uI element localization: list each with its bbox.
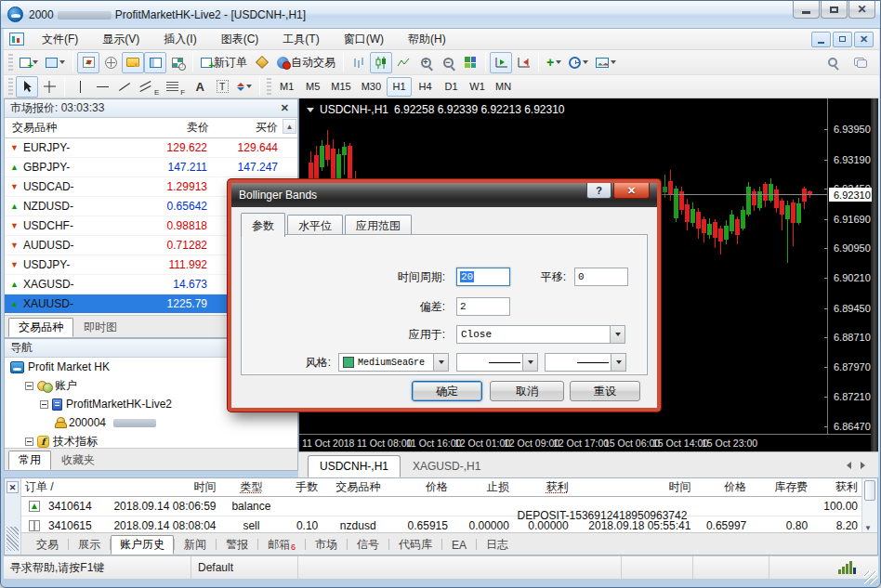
line-style-select[interactable] — [545, 353, 626, 372]
terminal-tab-信号[interactable]: 信号 — [348, 535, 388, 555]
chart-profiles-button[interactable] — [42, 52, 69, 73]
menu-item-2[interactable]: 插入(I) — [151, 29, 208, 50]
scroll-tabs-left-icon[interactable] — [847, 462, 851, 469]
terminal-tab-警报[interactable]: 警报 — [217, 535, 257, 555]
market-watch-row-eurjpy[interactable]: ▼EURJPY-129.622129.644 — [5, 138, 297, 158]
toolbar-grip[interactable] — [267, 78, 271, 95]
dialog-close-button[interactable]: ✕ — [613, 183, 650, 199]
terminal-tab-新闻[interactable]: 新闻 — [175, 535, 216, 555]
navigator-toggle[interactable] — [122, 52, 144, 73]
chart-price-axis[interactable]: 6.939506.931906.924506.916906.909506.902… — [827, 98, 872, 434]
market-watch-toggle[interactable] — [77, 52, 99, 73]
timeframe-mn[interactable]: MN — [491, 77, 516, 97]
menu-item-0[interactable]: 文件(F) — [30, 29, 90, 50]
chart-minimize-button[interactable] — [811, 32, 831, 47]
terminal-toggle[interactable] — [144, 52, 166, 73]
search-button[interactable] — [822, 52, 844, 73]
terminal-tab-日志[interactable]: 日志 — [477, 535, 518, 555]
toolbar-grip[interactable] — [8, 54, 13, 71]
terminal-column-header[interactable]: 获利 — [513, 479, 572, 495]
terminal-column-header[interactable]: 交易品种 — [322, 479, 394, 495]
period-input[interactable]: 20 — [456, 268, 510, 286]
templates-button[interactable] — [592, 52, 620, 73]
periods-button[interactable] — [565, 52, 592, 73]
terminal-tab-邮箱[interactable]: 邮箱6 — [258, 535, 305, 555]
history-row-3410614[interactable]: 34106142018.09.14 08:06:59balanceDEPOSIT… — [21, 497, 861, 516]
zoom-out-button[interactable]: − — [437, 52, 459, 73]
line-chart-type-button[interactable] — [392, 52, 414, 73]
menu-item-4[interactable]: 工具(T) — [270, 29, 331, 50]
timeframe-m30[interactable]: M30 — [357, 77, 386, 97]
market-watch-tab-即时图[interactable]: 即时图 — [73, 318, 127, 337]
new-chart-button[interactable]: + — [16, 52, 42, 73]
dropdown-arrow-icon[interactable] — [522, 354, 537, 371]
timeframe-d1[interactable]: D1 — [439, 77, 464, 97]
new-order-button[interactable]: +新订单 — [197, 52, 251, 73]
data-window-toggle[interactable] — [99, 52, 122, 73]
close-button[interactable]: ✕ — [848, 1, 875, 19]
terminal-column-header[interactable]: 止损 — [452, 479, 513, 495]
market-watch-row-gbpjpy[interactable]: ▲GBPJPY-147.211147.247 — [5, 158, 297, 177]
tree-expander-icon[interactable] — [40, 400, 48, 409]
channel-tool-button[interactable]: E — [136, 76, 163, 98]
color-select[interactable]: MediumSeaGre — [338, 353, 449, 372]
terminal-tab-ea[interactable]: EA — [442, 535, 476, 555]
terminal-column-header[interactable]: 手数 — [283, 479, 322, 495]
bar-chart-type-button[interactable] — [348, 52, 370, 73]
menu-item-5[interactable]: 窗口(W) — [332, 29, 396, 50]
chart-tab-xagusd--h1[interactable]: XAGUSD-,H1 — [401, 455, 493, 477]
chart-close-button[interactable]: ✕ — [854, 32, 874, 47]
terminal-column-header[interactable]: 类型 — [220, 479, 283, 495]
terminal-tab-交易[interactable]: 交易 — [27, 535, 68, 555]
terminal-column-header[interactable]: 价格 — [394, 479, 452, 495]
scroll-tabs-right-icon[interactable] — [861, 462, 865, 469]
dialog-help-button[interactable]: ? — [586, 183, 611, 199]
tree-expander-icon[interactable] — [25, 382, 33, 390]
vertical-line-tool-button[interactable] — [69, 76, 91, 98]
fibonacci-tool-button[interactable]: F — [163, 76, 189, 98]
terminal-tab-展示[interactable]: 展示 — [69, 535, 110, 555]
minimize-button[interactable] — [793, 1, 820, 19]
terminal-column-header[interactable]: 时间 — [572, 479, 695, 495]
community-chat-button[interactable] — [849, 52, 872, 73]
ok-button[interactable]: 确定 — [412, 381, 482, 401]
timeframe-m5[interactable]: M5 — [300, 77, 325, 97]
terminal-scroll-down-icon[interactable]: ▼ — [864, 524, 872, 532]
menu-item-3[interactable]: 图表(C) — [209, 29, 271, 50]
deviation-input[interactable]: 2 — [456, 297, 510, 316]
terminal-column-header[interactable]: 订单 / — [21, 479, 101, 495]
terminal-tab-代码库[interactable]: 代码库 — [389, 535, 441, 555]
indicators-button[interactable]: + — [543, 52, 565, 73]
market-watch-column-header[interactable]: 买价 — [217, 120, 285, 136]
timeframe-m15[interactable]: M15 — [326, 77, 355, 97]
terminal-scrollbar[interactable]: ▼ — [861, 478, 877, 534]
dropdown-arrow-icon[interactable] — [611, 354, 625, 371]
terminal-column-header[interactable]: 获利 — [811, 479, 861, 495]
timeframe-h4[interactable]: H4 — [413, 77, 438, 97]
dialog-tab-参数[interactable]: 参数 — [241, 213, 285, 237]
zoom-in-button[interactable]: + — [414, 52, 437, 73]
strategy-tester-toggle[interactable] — [166, 52, 189, 73]
tile-windows-button[interactable] — [459, 52, 481, 73]
terminal-column-header[interactable]: 时间 — [101, 479, 220, 495]
arrows-tool-button[interactable] — [233, 76, 256, 98]
auto-scroll-toggle[interactable] — [490, 52, 512, 73]
apply-to-select[interactable]: Close — [456, 325, 625, 344]
menu-item-6[interactable]: 帮助(H) — [396, 29, 458, 50]
terminal-grip[interactable] — [7, 527, 19, 551]
chart-restore-button[interactable] — [833, 32, 852, 47]
terminal-column-header[interactable]: 库存费 — [750, 479, 811, 495]
maximize-button[interactable] — [821, 1, 848, 19]
toolbar-grip[interactable] — [8, 78, 13, 95]
nav-item-200004[interactable]: 200004 — [5, 413, 297, 432]
terminal-close-icon[interactable]: ✕ — [7, 481, 19, 493]
cancel-button[interactable]: 取消 — [490, 381, 564, 401]
crosshair-tool-button[interactable] — [38, 76, 60, 98]
shift-input[interactable]: 0 — [574, 268, 628, 286]
market-watch-tab-交易品种[interactable]: 交易品种 — [8, 318, 73, 337]
market-watch-close-icon[interactable]: ✕ — [278, 102, 292, 114]
tree-expander-icon[interactable] — [25, 438, 33, 446]
market-watch-scroll-up[interactable]: ▲ — [283, 119, 296, 134]
resize-grip[interactable] — [864, 571, 877, 584]
one-click-arrow-icon[interactable] — [307, 108, 314, 112]
